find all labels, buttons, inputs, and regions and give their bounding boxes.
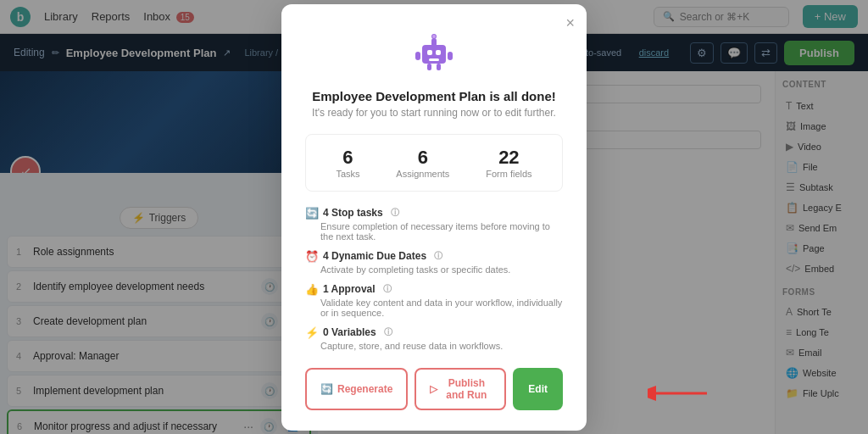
modal-close-button[interactable]: × [565,14,575,32]
stat-tasks-number: 6 [336,147,359,169]
regenerate-button[interactable]: 🔄 Regenerate [305,368,408,410]
feature-stop-title: 🔄 4 Stop tasks ⓘ [305,207,563,220]
modal-subtitle: It's ready for you to start running now … [305,107,563,119]
feature-due-desc: Activate by completing tasks or specific… [305,264,563,275]
feature-approval: 👍 1 Approval ⓘ Validate key content and … [305,283,563,318]
feature-approval-title: 👍 1 Approval ⓘ [305,283,563,296]
svg-rect-9 [437,64,441,70]
svg-rect-2 [436,50,441,55]
stat-tasks-label: Tasks [336,169,359,179]
info-icon-0: ⓘ [391,207,399,219]
info-icon-2: ⓘ [383,283,392,295]
approval-icon: 👍 [305,283,319,296]
stat-assignments-number: 6 [396,147,449,169]
modal-features: 🔄 4 Stop tasks ⓘ Ensure completion of ne… [305,207,563,351]
svg-rect-7 [448,52,453,60]
modal-overlay: × Employee Development Plan is all done!… [0,0,868,434]
play-icon: ▷ [430,383,437,395]
feature-stop-tasks: 🔄 4 Stop tasks ⓘ Ensure completion of ne… [305,207,563,242]
svg-point-10 [432,35,436,38]
stat-assignments-label: Assignments [396,169,449,179]
stop-tasks-icon: 🔄 [305,207,319,220]
feature-due-title: ⏰ 4 Dynamic Due Dates ⓘ [305,250,563,263]
regenerate-icon: 🔄 [320,383,333,395]
stat-formfields-number: 22 [486,147,531,169]
edit-button[interactable]: Edit [513,368,563,410]
stat-formfields: 22 Form fields [486,147,531,179]
stat-tasks: 6 Tasks [336,147,359,179]
feature-due-dates: ⏰ 4 Dynamic Due Dates ⓘ Activate by comp… [305,250,563,275]
info-icon-3: ⓘ [384,326,392,338]
svg-rect-6 [415,52,420,60]
feature-approval-desc: Validate key content and data in your wo… [305,298,563,318]
completion-modal: × Employee Development Plan is all done!… [281,4,587,431]
svg-rect-8 [427,64,431,70]
modal-actions: 🔄 Regenerate ▷ Publish and Run Edit [305,368,563,410]
publish-run-button[interactable]: ▷ Publish and Run [415,368,506,410]
due-dates-icon: ⏰ [305,250,319,263]
modal-title: Employee Development Plan is all done! [305,89,563,103]
stat-formfields-label: Form fields [486,169,531,179]
feature-variables-desc: Capture, store, and reuse data in workfl… [305,341,563,351]
info-icon-1: ⓘ [434,250,442,262]
feature-variables: ⚡ 0 Variables ⓘ Capture, store, and reus… [305,326,563,351]
feature-variables-title: ⚡ 0 Variables ⓘ [305,326,563,339]
stat-assignments: 6 Assignments [396,147,449,179]
publish-run-label: Publish and Run [442,377,491,401]
svg-rect-1 [427,50,432,55]
feature-stop-desc: Ensure completion of necessary items bef… [305,221,563,242]
regenerate-label: Regenerate [337,383,392,395]
arrow-annotation [648,376,715,414]
svg-rect-3 [429,58,439,61]
modal-stats: 6 Tasks 6 Assignments 22 Form fields [305,134,563,192]
modal-robot-illustration [305,28,563,79]
svg-rect-4 [431,38,437,47]
variables-icon: ⚡ [305,326,319,339]
